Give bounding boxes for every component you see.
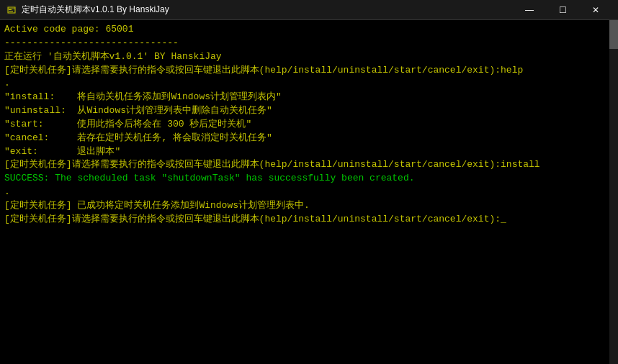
maximize-button[interactable]: ☐ — [546, 0, 579, 20]
terminal-line: "start: 使用此指令后将会在 300 秒后定时关机" — [4, 118, 614, 132]
terminal-line: . — [4, 77, 614, 91]
titlebar-controls: — ☐ ✕ — [513, 0, 612, 20]
terminal-line: Active code page: 65001 — [4, 23, 614, 37]
app-icon — [6, 4, 17, 16]
svg-rect-4 — [9, 11, 13, 12]
terminal-line: "exit: 退出脚本" — [4, 145, 614, 159]
terminal-line: SUCCESS: The scheduled task "shutdownTas… — [4, 172, 614, 186]
svg-rect-3 — [9, 9, 12, 10]
scrollbar[interactable] — [609, 20, 618, 364]
terminal-line: "uninstall: 从Windows计划管理列表中删除自动关机任务" — [4, 104, 614, 118]
titlebar-left: 定时自动关机脚本v1.0.1 By HanskiJay — [6, 4, 169, 16]
terminal-line: . — [4, 186, 614, 199]
terminal-line: "cancel: 若存在定时关机任务, 将会取消定时关机任务" — [4, 132, 614, 145]
terminal-line: "install: 将自动关机任务添加到Windows计划管理列表内" — [4, 91, 614, 104]
terminal-line: [定时关机任务]请选择需要执行的指令或按回车键退出此脚本(help/instal… — [4, 213, 614, 227]
terminal-line: [定时关机任务] 已成功将定时关机任务添加到Windows计划管理列表中. — [4, 199, 614, 213]
terminal-line: [定时关机任务]请选择需要执行的指令或按回车键退出此脚本(help/instal… — [4, 158, 614, 172]
scrollbar-thumb[interactable] — [609, 20, 618, 49]
minimize-button[interactable]: — — [513, 0, 546, 20]
terminal-content: Active code page: 65001-----------------… — [4, 23, 614, 227]
terminal-line: 正在运行 '自动关机脚本v1.0.1' BY HanskiJay — [4, 50, 614, 64]
close-button[interactable]: ✕ — [579, 0, 612, 20]
terminal: Active code page: 65001-----------------… — [0, 20, 618, 364]
titlebar: 定时自动关机脚本v1.0.1 By HanskiJay — ☐ ✕ — [0, 0, 618, 20]
terminal-line: [定时关机任务]请选择需要执行的指令或按回车键退出此脚本(help/instal… — [4, 64, 614, 78]
titlebar-title: 定时自动关机脚本v1.0.1 By HanskiJay — [22, 4, 169, 16]
terminal-line: ------------------------------- — [4, 37, 614, 50]
